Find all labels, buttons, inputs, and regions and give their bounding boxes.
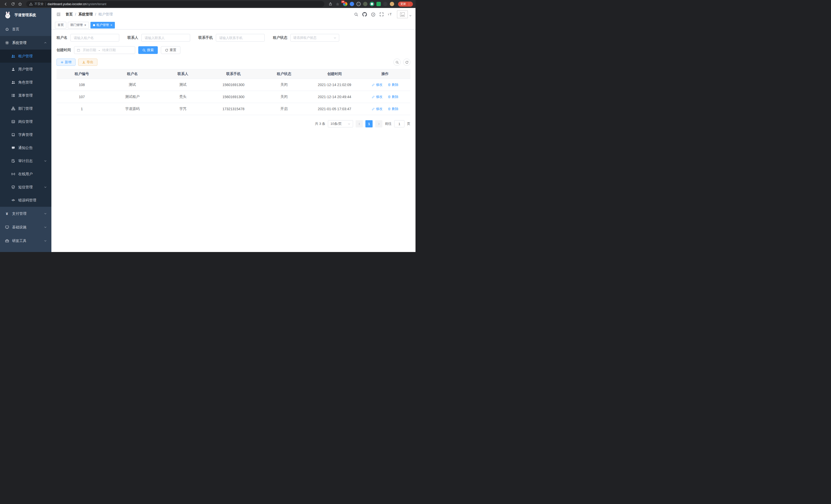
form-item-status: 租户状态 请选择租户状态 xyxy=(273,34,339,41)
fullscreen-icon[interactable] xyxy=(379,12,384,17)
extension-icon[interactable] xyxy=(370,2,374,6)
col-tenant-id: 租户编号 xyxy=(57,69,107,79)
search-button[interactable]: 搜索 xyxy=(138,46,158,54)
date-separator: - xyxy=(99,48,100,52)
yen-icon: ¥ xyxy=(5,211,9,216)
help-icon[interactable]: ? xyxy=(371,12,375,17)
sidebar-item-errcode[interactable]: </> 错误码管理 xyxy=(0,194,51,207)
address-bar[interactable]: 不安全 dashboard.yudao.iocoder.cn/system/te… xyxy=(26,1,324,7)
contact-input[interactable] xyxy=(141,34,190,41)
search-icon[interactable] xyxy=(354,12,358,17)
cell-phone: 15601691300 xyxy=(208,91,259,103)
chevron-down-icon xyxy=(44,186,47,188)
browser-home-button[interactable] xyxy=(17,1,23,7)
extension-icon[interactable] xyxy=(350,2,354,6)
browser-back-button[interactable] xyxy=(3,1,9,7)
close-icon[interactable]: × xyxy=(111,23,113,27)
share-icon[interactable] xyxy=(327,1,334,7)
add-button[interactable]: 新增 xyxy=(57,59,76,66)
status-select[interactable]: 请选择租户状态 xyxy=(290,34,339,41)
bookmark-star-icon[interactable]: ☆ xyxy=(336,2,339,6)
goto-page-input[interactable] xyxy=(394,120,404,127)
user-avatar[interactable] xyxy=(397,10,412,18)
app-shell: 芋道管理系统 首页 系统管理 xyxy=(0,8,416,252)
chevron-up-icon xyxy=(44,41,47,44)
prev-page-button[interactable] xyxy=(355,120,363,127)
sidebar-item-infra[interactable]: 基础设施 xyxy=(0,220,51,234)
delete-button[interactable]: 删除 xyxy=(388,94,399,99)
sidebar-item-dict[interactable]: 字典管理 xyxy=(0,128,51,141)
tab-home[interactable]: 首页 xyxy=(55,22,66,29)
page-url[interactable]: dashboard.yudao.iocoder.cn/system/tenant xyxy=(48,2,106,6)
extension-icon[interactable] xyxy=(363,2,368,6)
cell-created-at: 2021-12-14 20:49:44 xyxy=(309,91,360,103)
table-row[interactable]: 1 芋道源码 芋艿 17321315478 开启 2021-01-05 17:0… xyxy=(57,103,410,115)
sidebar-item-menu[interactable]: 菜单管理 xyxy=(0,89,51,102)
browser-update-button[interactable]: 更新 ⋮ xyxy=(398,2,413,7)
sidebar-item-user[interactable]: 用户管理 xyxy=(0,63,51,76)
edit-button[interactable]: 修改 xyxy=(372,94,382,99)
security-label[interactable]: 不安全 xyxy=(34,2,44,6)
extension-icon[interactable] xyxy=(356,2,361,6)
kebab-menu-icon[interactable]: ⋮ xyxy=(407,3,411,6)
roles-icon xyxy=(11,80,16,84)
sidebar-item-home[interactable]: 首页 xyxy=(0,22,51,36)
edit-button[interactable]: 修改 xyxy=(372,107,382,111)
omnibox-divider xyxy=(46,3,46,6)
refresh-table-button[interactable] xyxy=(403,59,410,66)
tenant-name-input[interactable] xyxy=(70,34,119,41)
edit-button[interactable]: 修改 xyxy=(372,83,382,87)
sidebar-item-pay[interactable]: ¥ 支付管理 xyxy=(0,207,51,220)
col-tenant-name: 租户名 xyxy=(107,69,158,79)
breadcrumb: 首页 / 系统管理 / 租户管理 xyxy=(65,12,113,17)
table-row[interactable]: 108 测试 测试 15601691300 关闭 2021-12-14 21:0… xyxy=(57,79,410,91)
page-number-button[interactable]: 1 xyxy=(365,120,373,127)
code-icon: </> xyxy=(11,199,16,202)
close-icon[interactable]: × xyxy=(84,23,86,27)
extension-icon[interactable]: 10 xyxy=(343,2,347,6)
sidebar-item-role[interactable]: 角色管理 xyxy=(0,76,51,89)
sidebar-item-label: 字典管理 xyxy=(18,132,33,137)
sidebar-item-dept[interactable]: 部门管理 xyxy=(0,102,51,115)
toggle-search-button[interactable] xyxy=(393,59,401,66)
breadcrumb-home[interactable]: 首页 xyxy=(65,12,73,17)
puzzle-extensions-icon[interactable] xyxy=(383,2,388,6)
action-label: 删除 xyxy=(392,107,399,111)
app-logo[interactable]: 芋道管理系统 xyxy=(0,8,51,22)
next-page-button[interactable] xyxy=(375,120,382,127)
browser-refresh-button[interactable] xyxy=(10,1,16,7)
browser-profile-avatar[interactable] xyxy=(390,2,394,6)
sidebar-item-notice[interactable]: 通知公告 xyxy=(0,141,51,154)
export-button[interactable]: 导出 xyxy=(78,59,97,66)
update-label: 更新 xyxy=(400,2,406,6)
sidebar-item-label: 部门管理 xyxy=(18,106,33,111)
sidebar-toggle-button[interactable] xyxy=(55,11,62,18)
sidebar-item-online[interactable]: 在线用户 xyxy=(0,168,51,181)
delete-button[interactable]: 删除 xyxy=(388,83,399,87)
tab-tenant[interactable]: 租户管理 × xyxy=(90,22,115,29)
phone-input[interactable] xyxy=(216,34,265,41)
github-icon[interactable] xyxy=(362,12,367,17)
reset-button[interactable]: 重置 xyxy=(161,46,180,54)
sidebar-item-audit[interactable]: 审计日志 xyxy=(0,154,51,168)
sidebar-item-sms[interactable]: 短信管理 xyxy=(0,181,51,194)
tab-dept[interactable]: 部门管理 × xyxy=(68,22,89,29)
sidebar-item-post[interactable]: 岗位管理 xyxy=(0,115,51,128)
page-size-select[interactable]: 10条/页 xyxy=(328,120,353,127)
sidebar-item-label: 在线用户 xyxy=(18,172,33,176)
cell-tenant-id: 108 xyxy=(57,79,107,91)
sidebar-item-tenant[interactable]: 租户管理 xyxy=(0,50,51,63)
cell-tenant-name: 芋道源码 xyxy=(107,103,158,115)
font-size-icon[interactable]: TT xyxy=(388,12,393,17)
extension-icon[interactable] xyxy=(376,2,381,6)
sidebar-item-devtool[interactable]: 研发工具 xyxy=(0,234,51,248)
sidebar-item-system[interactable]: 系统管理 xyxy=(0,36,51,50)
tenant-users-icon xyxy=(11,54,16,58)
search-form-row-1: 租户名 联系人 联系手机 租户状态 请选择租户状态 xyxy=(57,34,410,41)
sidebar-item-label: 研发工具 xyxy=(12,239,26,243)
field-label: 创建时间 xyxy=(57,48,71,52)
date-range-picker[interactable]: 开始日期 - 结束日期 xyxy=(74,46,135,54)
table-row[interactable]: 107 测试租户 秃头 15601691300 关闭 2021-12-14 20… xyxy=(57,91,410,103)
home-icon xyxy=(5,27,9,31)
delete-button[interactable]: 删除 xyxy=(388,107,399,111)
